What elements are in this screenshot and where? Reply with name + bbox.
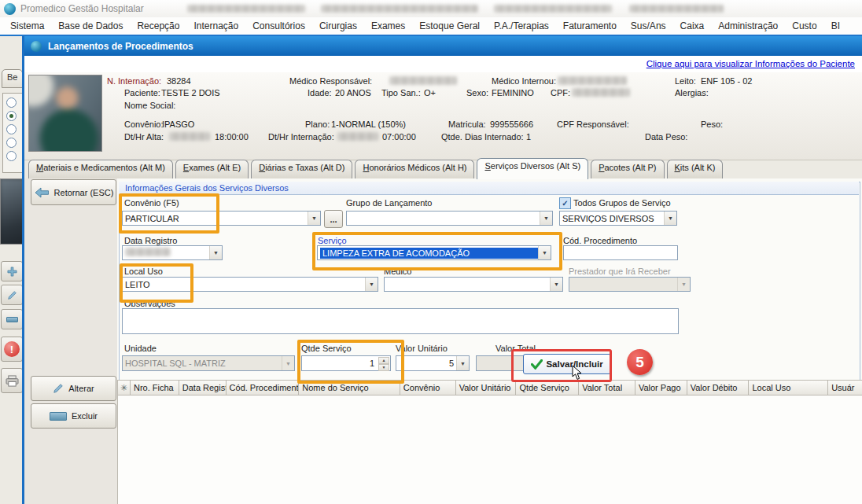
- chevron-down-icon[interactable]: ▼: [209, 246, 222, 259]
- add-button[interactable]: [1, 261, 23, 281]
- medico-label: Medico: [384, 267, 411, 276]
- convenio-combo-value: PARTICULAR: [125, 214, 179, 223]
- redacted-data-internacao: [337, 132, 378, 141]
- radio-option[interactable]: [6, 151, 17, 161]
- patient-info-link[interactable]: Clique aqui para visualizar Informações …: [646, 59, 855, 68]
- arrow-left-icon: [34, 187, 50, 198]
- background-photo: [0, 178, 23, 245]
- tab-exames[interactable]: Exames (Alt E): [175, 160, 249, 178]
- chevron-down-icon[interactable]: ▼: [538, 246, 551, 259]
- menu-caixa[interactable]: Caixa: [673, 18, 712, 34]
- browse-button[interactable]: ...: [324, 210, 343, 228]
- chevron-down-icon[interactable]: ▼: [664, 212, 676, 225]
- col-nome-servico[interactable]: Nome do Serviço: [299, 380, 400, 395]
- todos-grupos-label: Todos Grupos de Serviço: [573, 198, 671, 208]
- grid-selector-cell[interactable]: ✳: [117, 380, 131, 395]
- menu-bi[interactable]: BI: [824, 18, 847, 34]
- stepper-arrows[interactable]: ▲▼: [378, 357, 389, 370]
- tab-kits[interactable]: Kits (Alt K): [667, 160, 724, 178]
- salvar-incluir-button[interactable]: Salvar/Incluir: [523, 354, 611, 374]
- tab-diarias-taxas[interactable]: Diárias e Taxas (Alt D): [251, 160, 352, 178]
- col-local-uso[interactable]: Local Uso: [749, 380, 828, 395]
- qtde-servico-stepper[interactable]: 1 ▲▼: [301, 355, 391, 371]
- menu-faturamento[interactable]: Faturamento: [556, 18, 624, 34]
- menu-sus-ans[interactable]: Sus/Ans: [624, 18, 673, 34]
- tab-servicos-diversos[interactable]: Serviços Diversos (Alt S): [477, 158, 588, 179]
- check-icon: ✓: [562, 199, 568, 208]
- observacoes-textarea[interactable]: [122, 308, 679, 334]
- tipo-san-value: O+: [424, 88, 436, 97]
- background-tab[interactable]: Be: [2, 69, 23, 88]
- col-cod-procediment[interactable]: Cód. Procediment: [227, 380, 300, 395]
- menu-sistema[interactable]: Sistema: [3, 18, 51, 34]
- group-title: Informações Gerais dos Serviços Diversos: [119, 182, 859, 195]
- col-data-regist[interactable]: Data Regist: [179, 380, 227, 395]
- observacoes-label: Observações: [124, 299, 175, 308]
- radio-option[interactable]: [6, 138, 17, 148]
- minus-icon: [6, 317, 18, 322]
- print-button[interactable]: [1, 368, 23, 393]
- retornar-button[interactable]: Retornar (ESC): [31, 179, 116, 205]
- todos-grupos-checkbox[interactable]: ✓: [559, 197, 571, 209]
- stepper-up-icon[interactable]: ▲: [378, 357, 389, 364]
- redacted-titlebar-text: [321, 5, 478, 13]
- bar-icon: [50, 412, 67, 421]
- patient-photo: [28, 75, 102, 152]
- col-nro-ficha[interactable]: Nro. Ficha: [131, 380, 179, 395]
- radio-option[interactable]: [6, 124, 17, 134]
- grid-body[interactable]: [117, 395, 862, 504]
- excluir-button[interactable]: Excluir: [31, 403, 116, 429]
- step-5-badge: 5: [627, 349, 653, 375]
- plus-icon: [7, 267, 17, 277]
- radio-option-selected[interactable]: [6, 111, 17, 121]
- plano-value: 1-NORMAL (150%): [331, 120, 406, 129]
- menu-cirurgias[interactable]: Cirurgias: [312, 18, 364, 34]
- col-valor-debito[interactable]: Valor Débito: [687, 380, 750, 395]
- menu-base-de-dados[interactable]: Base de Dados: [51, 18, 130, 34]
- col-valor-total[interactable]: Valor Total: [579, 380, 635, 395]
- col-qtde-servico[interactable]: Qtde Serviço: [516, 380, 579, 395]
- chevron-down-icon[interactable]: ▼: [308, 212, 320, 225]
- medico-combo[interactable]: ▼: [384, 277, 563, 292]
- browse-label: ...: [330, 215, 337, 224]
- local-uso-label: Local Uso: [124, 267, 163, 276]
- app-title: Promedico Gestão Hospitalar: [20, 3, 144, 14]
- valor-unitario-combo[interactable]: 5 ▼: [396, 355, 470, 371]
- menu-exames[interactable]: Exames: [364, 18, 412, 34]
- menu-recepcao[interactable]: Recepção: [130, 18, 186, 34]
- menu-internacao[interactable]: Internação: [186, 18, 245, 34]
- convenio-combo[interactable]: PARTICULAR ▼: [122, 211, 321, 226]
- tab-materiais-medicamentos[interactable]: Materiais e Medicamentos (Alt M): [28, 160, 173, 178]
- grupo-lancamento-combo[interactable]: ▼: [346, 211, 553, 226]
- chevron-down-icon[interactable]: ▼: [456, 356, 469, 370]
- cod-procedimento-input[interactable]: [563, 245, 678, 260]
- alert-button[interactable]: !: [1, 337, 23, 362]
- dthr-int-hora: 07:00:00: [382, 132, 416, 142]
- menu-estoque-geral[interactable]: Estoque Geral: [412, 18, 487, 34]
- col-convenio[interactable]: Convênio: [400, 380, 456, 395]
- tab-pacotes[interactable]: Pacotes (Alt P): [591, 160, 664, 178]
- radio-option[interactable]: [6, 97, 17, 108]
- chevron-down-icon[interactable]: ▼: [365, 278, 378, 291]
- edit-button[interactable]: [1, 285, 23, 305]
- col-valor-unitario[interactable]: Valor Unitário: [456, 380, 517, 395]
- col-usuario[interactable]: Usuár: [828, 380, 862, 395]
- chevron-down-icon[interactable]: ▼: [540, 212, 552, 225]
- internacao-value: 38284: [167, 76, 191, 86]
- menu-pa-terapias[interactable]: P.A./Terapias: [487, 18, 556, 34]
- servico-combo[interactable]: LIMPEZA EXTRA DE ACOMODAÇÃO ▼: [317, 245, 551, 260]
- alterar-button[interactable]: Alterar: [31, 376, 116, 401]
- chevron-down-icon: ▼: [677, 278, 690, 291]
- menu-custo[interactable]: Custo: [785, 18, 823, 34]
- remove-button[interactable]: [1, 309, 23, 329]
- menu-administracao[interactable]: Administração: [711, 18, 785, 34]
- stepper-down-icon[interactable]: ▼: [378, 364, 389, 371]
- chevron-down-icon[interactable]: ▼: [550, 278, 562, 291]
- col-valor-pago[interactable]: Valor Pago: [635, 380, 687, 395]
- local-uso-combo[interactable]: LEITO ▼: [122, 277, 378, 292]
- window-titlebar[interactable]: Lançamentos de Procedimentos: [24, 36, 862, 56]
- paciente-value: TESTE 2 DOIS: [161, 88, 220, 97]
- tab-honorarios-medicos[interactable]: Honorários Médicos (Alt H): [355, 160, 474, 178]
- menu-consultorios[interactable]: Consultórios: [245, 18, 312, 34]
- grupo-servico-combo[interactable]: SERVIÇOS DIVERSOS ▼: [559, 211, 677, 226]
